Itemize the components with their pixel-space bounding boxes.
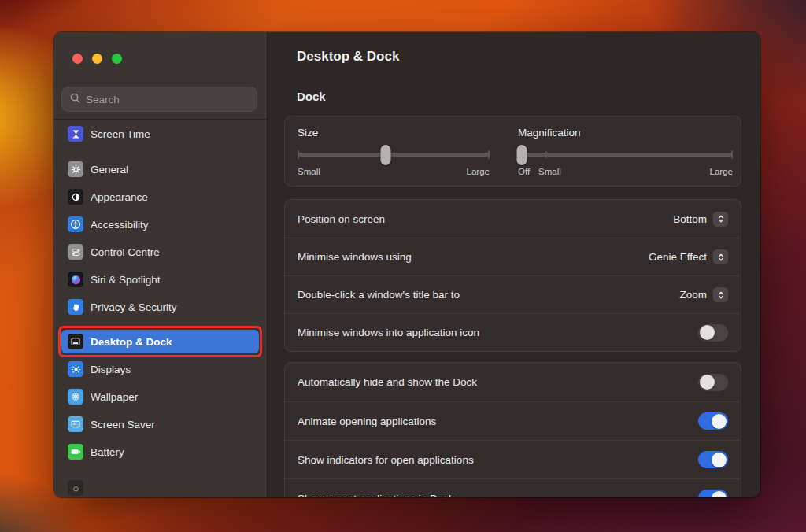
setting-label: Double-click a window's title bar to	[298, 289, 460, 301]
setting-row-show-indicators: Show indicators for open applications	[285, 440, 741, 478]
magnification-slider[interactable]	[518, 153, 733, 157]
sidebar-item-screen-time[interactable]: Screen Time	[61, 122, 259, 146]
magnification-large-label: Large	[710, 167, 733, 176]
traffic-lights	[72, 54, 122, 64]
magnification-small-label: Small	[538, 167, 561, 176]
search-field[interactable]	[61, 87, 257, 112]
sidebar-item-battery[interactable]: Battery	[61, 440, 259, 464]
double-click-title-bar-dropdown[interactable]: Zoom	[679, 287, 728, 302]
toggles-icon	[68, 244, 83, 260]
sidebar-item-label: Battery	[91, 446, 124, 458]
setting-row-show-recent-apps: Show recent applications in Dock	[285, 478, 741, 497]
dock-section-label: Dock	[297, 90, 326, 103]
sidebar-item-label: Accessibility	[91, 219, 149, 231]
gear-icon	[68, 161, 83, 177]
sidebar-item-general[interactable]: General	[61, 157, 259, 181]
sidebar-item-desktop-dock[interactable]: Desktop & Dock	[61, 330, 259, 353]
sidebar-item-label: Siri & Spotlight	[91, 274, 161, 286]
hand-icon	[68, 299, 83, 315]
setting-label: Position on screen	[298, 213, 385, 225]
sidebar-item-privacy-security[interactable]: Privacy & Security	[61, 295, 259, 319]
magnification-slider-labels: Off Small Large	[518, 164, 733, 179]
settings-pane: Desktop & Dock Dock Size Small Large	[268, 32, 760, 497]
appearance-icon	[68, 189, 83, 205]
chevron-up-down-icon	[713, 249, 728, 264]
sidebar-item-siri-spotlight[interactable]: Siri & Spotlight	[61, 268, 259, 291]
show-indicators-toggle[interactable]	[698, 451, 728, 468]
sidebar-item-label: Appearance	[91, 191, 148, 203]
sidebar-item-label: Desktop & Dock	[91, 336, 172, 348]
magnification-slider-group: Magnification Off Small Large	[518, 116, 733, 187]
sidebar-item-partial[interactable]	[61, 476, 259, 497]
sidebar-header	[54, 32, 267, 120]
setting-label: Show recent applications in Dock	[298, 493, 454, 498]
size-slider-group: Size Small Large	[298, 116, 490, 187]
show-recent-apps-toggle[interactable]	[698, 490, 728, 497]
hourglass-icon	[68, 126, 83, 142]
sidebar-item-label: Privacy & Security	[91, 301, 177, 313]
sidebar-item-label: Displays	[91, 364, 131, 375]
close-button[interactable]	[72, 54, 83, 64]
toggle-knob	[712, 491, 727, 498]
sidebar-item-screen-saver[interactable]: Screen Saver	[61, 412, 259, 436]
setting-label: Show indicators for open applications	[298, 454, 474, 466]
position-on-screen-dropdown[interactable]: Bottom	[673, 212, 728, 227]
accessibility-icon	[68, 216, 83, 232]
sidebar-list: Screen Time General Appearance	[54, 120, 267, 497]
system-settings-window: Screen Time General Appearance	[54, 32, 760, 497]
setting-row-auto-hide-dock: Automatically hide and show the Dock	[285, 363, 741, 401]
sidebar-item-label: Screen Saver	[91, 419, 155, 430]
minimise-windows-using-dropdown[interactable]: Genie Effect	[649, 249, 728, 264]
sun-icon	[68, 361, 83, 377]
setting-label: Minimise windows into application icon	[298, 327, 479, 338]
magnification-label: Magnification	[518, 127, 581, 139]
screensaver-icon	[68, 416, 83, 432]
sidebar-item-control-centre[interactable]: Control Centre	[61, 240, 259, 264]
dock-toggles-card: Automatically hide and show the Dock Ani…	[284, 362, 741, 497]
sidebar-item-label: Wallpaper	[91, 391, 138, 403]
slider-tick	[488, 150, 490, 159]
minimize-button[interactable]	[92, 54, 102, 64]
setting-row-minimise-windows-using: Minimise windows using Genie Effect	[285, 238, 741, 275]
setting-label: Automatically hide and show the Dock	[298, 376, 477, 388]
toggle-knob	[712, 414, 727, 429]
toggle-knob	[700, 325, 715, 340]
zoom-window-button[interactable]	[112, 54, 122, 64]
sidebar-item-displays[interactable]: Displays	[61, 357, 259, 381]
battery-icon	[68, 444, 83, 460]
sidebar-item-label: General	[91, 164, 128, 175]
slider-tick	[298, 150, 299, 159]
flower-icon	[68, 389, 83, 405]
size-min-label: Small	[298, 167, 320, 176]
setting-label: Animate opening applications	[298, 416, 436, 427]
sidebar-item-label: Screen Time	[91, 128, 150, 140]
minimise-into-app-icon-toggle[interactable]	[698, 324, 728, 342]
desktop-wallpaper: Screen Time General Appearance	[0, 0, 806, 532]
dropdown-value: Zoom	[679, 289, 707, 301]
auto-hide-dock-toggle[interactable]	[698, 374, 728, 391]
toggle-knob	[712, 453, 727, 467]
dropdown-value: Bottom	[673, 213, 707, 225]
sidebar-item-accessibility[interactable]: Accessibility	[61, 212, 259, 236]
size-slider-labels: Small Large	[298, 164, 490, 179]
window-behavior-card: Position on screen Bottom Minimise windo…	[284, 199, 741, 352]
setting-row-animate-opening: Animate opening applications	[285, 401, 741, 440]
setting-row-double-click-title-bar: Double-click a window's title bar to Zoo…	[285, 275, 741, 313]
search-input[interactable]	[86, 94, 250, 105]
siri-orb-icon	[68, 272, 83, 287]
sidebar-item-wallpaper[interactable]: Wallpaper	[61, 385, 259, 408]
size-max-label: Large	[467, 167, 490, 176]
setting-row-position-on-screen: Position on screen Bottom	[285, 200, 741, 238]
page-title: Desktop & Dock	[297, 49, 399, 65]
slider-tick	[731, 150, 733, 159]
sidebar: Screen Time General Appearance	[54, 32, 268, 497]
setting-row-minimise-into-app-icon: Minimise windows into application icon	[285, 313, 741, 351]
setting-label: Minimise windows using	[298, 251, 412, 263]
search-icon	[69, 92, 81, 107]
sidebar-item-appearance[interactable]: Appearance	[61, 185, 259, 209]
magnification-slider-thumb[interactable]	[517, 145, 527, 165]
animate-opening-toggle[interactable]	[698, 412, 728, 430]
size-slider[interactable]	[298, 153, 490, 157]
size-slider-thumb[interactable]	[381, 145, 391, 165]
dropdown-value: Genie Effect	[649, 251, 707, 263]
